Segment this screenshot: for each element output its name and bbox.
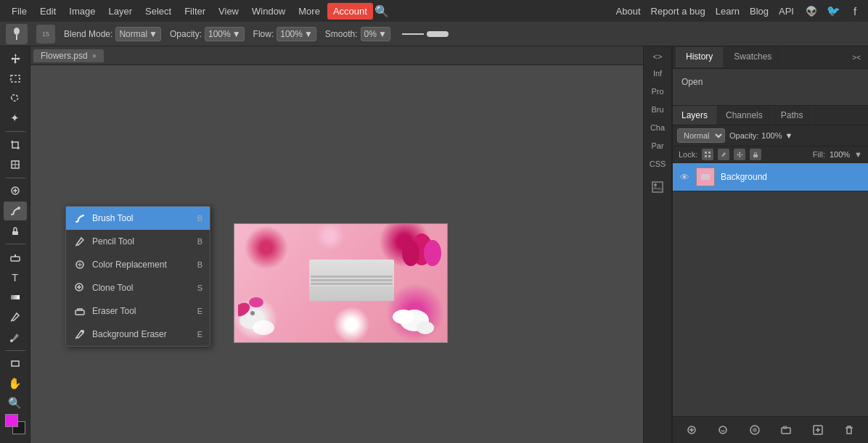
menu-layer[interactable]: Layer [103, 3, 139, 20]
context-menu: Brush Tool B Pencil Tool B Col [65, 206, 210, 347]
bg-eraser-shortcut: E [197, 330, 202, 339]
tool-shape[interactable] [4, 354, 27, 372]
context-menu-item-eraser[interactable]: Eraser Tool E [66, 299, 210, 323]
tool-select-rect[interactable] [4, 69, 27, 87]
tool-zoom[interactable]: 🔍 [4, 394, 27, 412]
menu-view[interactable]: View [213, 3, 245, 20]
tool-select-path[interactable] [4, 328, 27, 346]
quick-panel-image-icon[interactable] [644, 176, 671, 198]
layer-visibility-icon[interactable]: 👁 [679, 171, 690, 183]
link-report-bug[interactable]: Report a bug [651, 6, 705, 17]
reddit-icon[interactable]: 👽 [804, 4, 819, 18]
quick-panel-cha[interactable]: Cha [644, 119, 671, 136]
tab-swatches[interactable]: Swatches [724, 47, 782, 67]
menu-filter[interactable]: Filter [179, 3, 211, 20]
tool-gradient[interactable] [4, 288, 27, 306]
layers-panel: Layers Channels Paths Normal Opacity: 10… [673, 106, 868, 443]
layers-opacity-arrow[interactable]: ▼ [785, 131, 793, 140]
context-menu-item-pencil[interactable]: Pencil Tool B [66, 230, 210, 253]
pencil-item-left: Pencil Tool [73, 235, 134, 248]
layers-blend-select[interactable]: Normal [677, 128, 725, 143]
link-layers-btn[interactable] [683, 421, 700, 439]
menu-account[interactable]: Account [327, 3, 373, 20]
canvas-tab-flowers[interactable]: Flowers.psd × [33, 49, 104, 62]
search-icon[interactable]: 🔍 [374, 4, 389, 18]
new-layer-btn[interactable] [809, 421, 827, 439]
layer-mask-btn[interactable] [746, 421, 763, 439]
history-content: Open [673, 69, 868, 105]
tool-hand[interactable]: ✋ [4, 374, 27, 392]
canvas-tab-close[interactable]: × [92, 51, 97, 60]
link-about[interactable]: About [616, 6, 641, 17]
separator-3 [5, 244, 25, 244]
keyboard-top [309, 274, 394, 286]
link-blog[interactable]: Blog [750, 6, 769, 17]
tool-stamp[interactable] [4, 222, 27, 240]
facebook-icon[interactable]: f [848, 4, 862, 18]
layer-effects-btn[interactable] [714, 421, 732, 439]
svg-point-25 [81, 330, 84, 333]
tool-brush[interactable] [4, 202, 27, 220]
stroke-thick-preview[interactable] [427, 31, 449, 37]
layer-item-background[interactable]: 👁 Background [673, 163, 868, 191]
tool-type[interactable]: T [4, 268, 27, 286]
top-panel-expand[interactable]: >< [848, 52, 865, 63]
menu-more[interactable]: More [292, 3, 326, 20]
blend-mode-value: Normal [119, 29, 147, 39]
svg-rect-8 [11, 295, 20, 299]
svg-rect-2 [11, 75, 20, 82]
smooth-select[interactable]: 0% ▼ [361, 27, 390, 41]
new-layer-group-btn[interactable] [777, 421, 795, 439]
delete-layer-btn[interactable] [840, 421, 858, 439]
blend-mode-select[interactable]: Normal ▼ [115, 27, 161, 41]
context-menu-item-bg-eraser[interactable]: Background Eraser E [66, 323, 210, 346]
tab-layers[interactable]: Layers [673, 106, 717, 125]
brush-tool-icon[interactable] [6, 24, 28, 44]
stroke-thin-preview[interactable] [402, 33, 424, 35]
tool-pen[interactable] [4, 308, 27, 326]
tool-eraser[interactable] [4, 248, 27, 266]
quick-panel-collapse-btn[interactable]: <> [644, 49, 671, 64]
link-api[interactable]: API [779, 6, 794, 17]
color-swatches[interactable] [5, 414, 25, 434]
flow-label: Flow: [253, 29, 274, 39]
menu-file[interactable]: File [6, 3, 33, 20]
quick-panel-css[interactable]: CSS [644, 155, 671, 173]
foreground-color[interactable] [5, 414, 18, 427]
opacity-select[interactable]: 100% ▼ [205, 27, 245, 41]
tool-select-lasso[interactable] [4, 89, 27, 107]
lock-move-icon[interactable] [734, 149, 745, 160]
menu-image[interactable]: Image [63, 3, 101, 20]
svg-rect-34 [701, 174, 710, 180]
menu-select[interactable]: Select [139, 3, 177, 20]
context-menu-item-color-replacement[interactable]: Color Replacement B [66, 253, 210, 276]
tool-crop[interactable] [4, 136, 27, 154]
lock-paint-icon[interactable] [718, 149, 729, 160]
context-menu-item-brush[interactable]: Brush Tool B [66, 207, 210, 230]
link-learn[interactable]: Learn [716, 6, 740, 17]
tab-paths[interactable]: Paths [772, 106, 813, 125]
quick-panel-bru[interactable]: Bru [644, 101, 671, 118]
menu-window[interactable]: Window [246, 3, 291, 20]
tool-magic-wand[interactable]: ✦ [4, 109, 27, 127]
smooth-value: 0% [364, 29, 377, 39]
tab-channels[interactable]: Channels [717, 106, 772, 125]
svg-rect-32 [753, 154, 758, 157]
lock-lock-icon[interactable] [750, 149, 761, 160]
context-menu-item-clone[interactable]: Clone Tool S [66, 276, 210, 299]
color-replacement-shortcut: B [197, 260, 202, 269]
tab-history[interactable]: History [676, 47, 724, 67]
lock-grid-icon[interactable] [702, 149, 713, 160]
tool-patch[interactable] [4, 155, 27, 173]
fill-arrow[interactable]: ▼ [854, 150, 862, 159]
tool-heal[interactable] [4, 182, 27, 200]
menu-edit[interactable]: Edit [34, 3, 62, 20]
quick-panel-inf[interactable]: Inf [644, 65, 671, 82]
brush-size-picker[interactable]: 15 [36, 25, 55, 44]
twitter-icon[interactable]: 🐦 [826, 4, 840, 18]
tool-move[interactable] [4, 49, 27, 67]
flow-select[interactable]: 100% ▼ [277, 27, 316, 41]
quick-panel-par[interactable]: Par [644, 137, 671, 154]
history-item-open[interactable]: Open [679, 75, 862, 89]
quick-panel-pro[interactable]: Pro [644, 83, 671, 100]
